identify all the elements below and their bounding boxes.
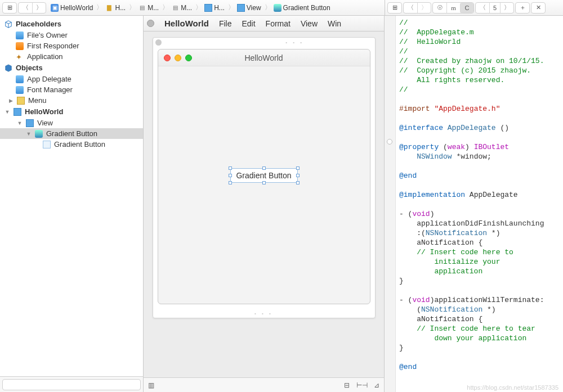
crumb-1[interactable]: ▇H...〉 bbox=[104, 3, 137, 12]
button-cell-icon bbox=[43, 141, 51, 148]
resize-handle[interactable] bbox=[228, 174, 231, 177]
step-count: 5 bbox=[489, 3, 500, 13]
ib-app-title[interactable]: HelloWorld bbox=[164, 19, 209, 28]
traffic-minimize-icon[interactable] bbox=[175, 55, 181, 61]
crumb-2[interactable]: ▤M...〉 bbox=[137, 3, 170, 12]
assistant-add[interactable]: ＋ bbox=[515, 2, 530, 13]
resize-handle[interactable] bbox=[228, 166, 231, 170]
disclosure-icon[interactable]: ▼ bbox=[17, 120, 23, 126]
ib-menu-edit[interactable]: Edit bbox=[242, 19, 255, 28]
interface-builder: HelloWorld File Edit Format View Win • •… bbox=[144, 16, 385, 392]
resize-handle[interactable] bbox=[296, 181, 300, 184]
window-content-view[interactable]: Gradient Button bbox=[158, 66, 370, 304]
resize-handle[interactable] bbox=[228, 181, 231, 184]
objects-section[interactable]: Objects bbox=[0, 62, 143, 74]
gradient-button-icon bbox=[274, 4, 282, 12]
disclosure-icon[interactable]: ▼ bbox=[5, 109, 10, 115]
disclosure-icon[interactable]: ▼ bbox=[26, 131, 32, 137]
crumb-5[interactable]: View〉 bbox=[236, 3, 272, 12]
traffic-zoom-icon[interactable] bbox=[185, 55, 192, 61]
assistant-back[interactable]: 〈 bbox=[404, 3, 417, 13]
c-file-icon[interactable]: C bbox=[460, 3, 473, 13]
cube-icon bbox=[16, 86, 24, 94]
menu-item[interactable]: ▶Menu bbox=[0, 95, 143, 106]
project-icon: ▣ bbox=[51, 4, 59, 12]
resize-handle[interactable] bbox=[262, 181, 266, 184]
first-responder[interactable]: First Responder bbox=[0, 40, 143, 51]
forward-button[interactable]: 〉 bbox=[32, 3, 46, 13]
menu-icon bbox=[17, 97, 25, 105]
ib-menu-format[interactable]: Format bbox=[266, 19, 291, 28]
assistant-editor: // // AppDelegate.m // HelloWorld // // … bbox=[385, 16, 563, 392]
resize-handle[interactable] bbox=[296, 166, 300, 170]
window-close-icon[interactable] bbox=[155, 39, 162, 46]
traffic-close-icon[interactable] bbox=[164, 55, 171, 61]
assistant-grid[interactable]: ⊞ bbox=[387, 2, 402, 13]
assistant-forward[interactable]: 〉 bbox=[417, 3, 431, 13]
toggle-outline-icon[interactable]: ▥ bbox=[148, 381, 154, 389]
source-code[interactable]: // // AppDelegate.m // HelloWorld // // … bbox=[396, 16, 563, 392]
nav-seg[interactable]: 〈 〉 bbox=[18, 2, 46, 13]
window-titlebar[interactable]: HelloWorld bbox=[158, 49, 370, 66]
window-section[interactable]: ▼ HelloWorld bbox=[0, 106, 143, 118]
placeholders-section[interactable]: Placeholders bbox=[0, 18, 143, 30]
button-label: Gradient Button bbox=[236, 171, 291, 180]
design-window[interactable]: HelloWorld Gradient Button bbox=[158, 49, 370, 304]
breadcrumb[interactable]: ▣HelloWorld〉 ▇H...〉 ▤M...〉 ▤M...〉 H...〉 … bbox=[50, 3, 382, 12]
counterparts-icon[interactable]: ⦾ bbox=[433, 3, 446, 13]
step-prev[interactable]: 〈 bbox=[476, 3, 489, 13]
application-item[interactable]: ✦Application bbox=[0, 51, 143, 62]
cube-icon bbox=[5, 20, 12, 28]
app-delegate[interactable]: App Delegate bbox=[0, 74, 143, 84]
files-owner[interactable]: File's Owner bbox=[0, 30, 143, 40]
step-next[interactable]: 〉 bbox=[500, 3, 513, 13]
cube-icon bbox=[16, 31, 24, 39]
watermark: https://blog.csdn.net/star1587335 bbox=[467, 384, 558, 391]
assistant-stepper[interactable]: 〈 5 〉 bbox=[475, 2, 514, 13]
gradient-button-group[interactable]: ▼Gradient Button bbox=[0, 128, 143, 139]
gutter[interactable] bbox=[385, 16, 396, 392]
connection-indicator-icon[interactable] bbox=[387, 139, 392, 145]
view-icon bbox=[204, 4, 212, 12]
folder-icon: ▇ bbox=[105, 4, 113, 12]
pin-icon[interactable]: ⊢⊣ bbox=[356, 381, 368, 389]
add-button[interactable]: ＋ bbox=[516, 3, 529, 13]
selected-gradient-button[interactable]: Gradient Button bbox=[230, 168, 297, 183]
ib-menu-view[interactable]: View bbox=[301, 19, 318, 28]
font-manager[interactable]: Font Manager bbox=[0, 84, 143, 95]
assistant-jump[interactable]: ⦾ m C bbox=[432, 2, 474, 13]
crumb-4[interactable]: H...〉 bbox=[203, 3, 236, 12]
window-icon bbox=[14, 108, 21, 116]
view-icon bbox=[26, 119, 34, 127]
ib-menu-bar: HelloWorld File Edit Format View Win bbox=[144, 16, 384, 31]
window-title: HelloWorld bbox=[192, 53, 336, 62]
application-icon: ✦ bbox=[16, 53, 24, 61]
grid-icon[interactable]: ⊞ bbox=[3, 3, 16, 13]
gradient-button-icon bbox=[35, 130, 43, 138]
resolve-icon[interactable]: ⊿ bbox=[374, 381, 379, 389]
back-button[interactable]: 〈 bbox=[19, 3, 32, 13]
crumb-0[interactable]: ▣HelloWorld〉 bbox=[50, 3, 104, 12]
menubar-close-icon[interactable] bbox=[147, 20, 154, 27]
crumb-3[interactable]: ▤M...〉 bbox=[170, 3, 203, 12]
view-icon bbox=[237, 4, 245, 12]
outline-filter-input[interactable] bbox=[2, 379, 141, 390]
view-item[interactable]: ▼View bbox=[0, 118, 143, 128]
gradient-button-cell[interactable]: Gradient Button bbox=[0, 139, 143, 150]
grid-icon[interactable]: ⊞ bbox=[388, 3, 401, 13]
align-icon[interactable]: ⊟ bbox=[344, 381, 350, 389]
cube-icon bbox=[5, 64, 12, 72]
file-icon: ▤ bbox=[171, 4, 179, 12]
assistant-nav[interactable]: 〈 〉 bbox=[403, 2, 431, 13]
ib-menu-window[interactable]: Win bbox=[328, 19, 341, 28]
m-file-icon[interactable]: m bbox=[446, 3, 460, 13]
crumb-6[interactable]: Gradient Button bbox=[272, 4, 332, 12]
ib-menu-file[interactable]: File bbox=[219, 19, 232, 28]
disclosure-icon[interactable]: ▶ bbox=[8, 98, 14, 103]
close-button[interactable]: ✕ bbox=[531, 3, 545, 13]
responder-icon bbox=[16, 42, 24, 50]
resize-handle[interactable] bbox=[296, 174, 300, 177]
resize-handle[interactable] bbox=[262, 166, 266, 170]
panel-toggle[interactable]: ⊞ bbox=[2, 2, 17, 13]
assistant-close[interactable]: ✕ bbox=[531, 2, 546, 13]
